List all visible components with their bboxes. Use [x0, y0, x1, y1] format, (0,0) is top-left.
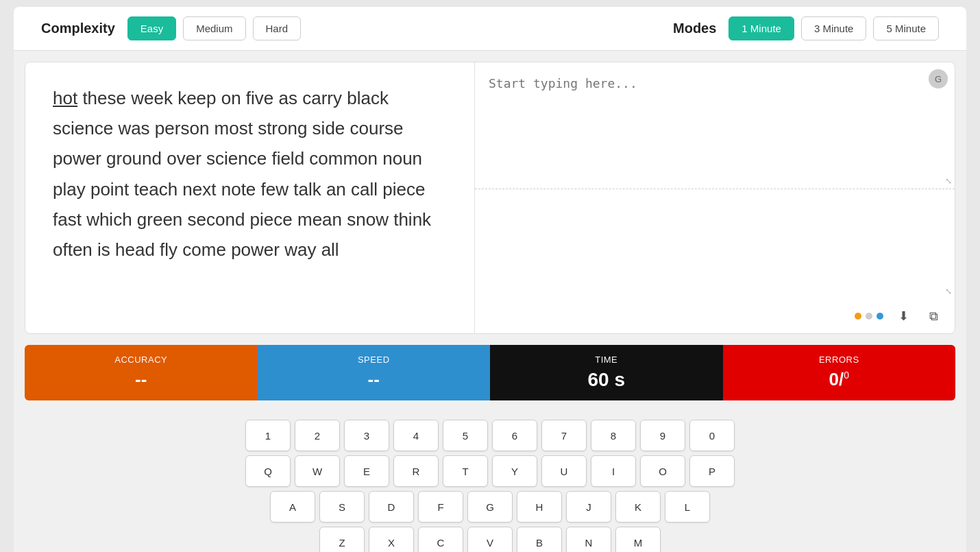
keyboard-row: ZXCVBNM: [38, 527, 942, 552]
keyboard-row: 1234567890: [38, 420, 942, 451]
key-5[interactable]: 5: [443, 420, 488, 451]
text-display: hot these week keep on five as carry bla…: [25, 62, 475, 333]
key-t[interactable]: T: [443, 455, 488, 487]
key-p[interactable]: P: [689, 455, 735, 487]
typing-input[interactable]: [475, 62, 955, 189]
key-f[interactable]: F: [418, 491, 463, 523]
key-7[interactable]: 7: [541, 420, 587, 451]
key-x[interactable]: X: [369, 527, 414, 552]
key-9[interactable]: 9: [640, 420, 685, 451]
key-v[interactable]: V: [467, 527, 513, 552]
key-0[interactable]: 0: [689, 420, 735, 451]
toolbar-left: Complexity Easy Medium Hard: [41, 16, 301, 40]
keyboard-row: QWERTYUIOP: [38, 455, 942, 487]
key-h[interactable]: H: [517, 491, 562, 523]
keyboard: 1234567890QWERTYUIOPASDFGHJKLZXCVBNM: [38, 420, 942, 552]
time-label: Time: [504, 355, 709, 365]
key-z[interactable]: Z: [319, 527, 365, 552]
time-block: Time 60 s: [490, 345, 723, 400]
accuracy-block: Accuracy --: [25, 345, 258, 400]
accuracy-value: --: [38, 369, 244, 390]
key-2[interactable]: 2: [295, 420, 340, 451]
mode-3min-button[interactable]: 3 Minute: [801, 16, 867, 40]
dot-orange: [855, 313, 861, 320]
main-content: hot these week keep on five as carry bla…: [25, 62, 955, 334]
key-o[interactable]: O: [640, 455, 685, 487]
toolbar-right: Modes 1 Minute 3 Minute 5 Minute: [673, 16, 939, 40]
errors-value: 0/0: [737, 369, 942, 390]
speed-label: Speed: [271, 355, 477, 365]
errors-label: Errors: [737, 355, 942, 365]
key-l[interactable]: L: [665, 491, 710, 523]
keyboard-container: 1234567890QWERTYUIOPASDFGHJKLZXCVBNM: [25, 411, 955, 552]
speed-value: --: [271, 369, 477, 390]
key-u[interactable]: U: [541, 455, 587, 487]
grammarly-icon: G: [929, 69, 948, 88]
key-j[interactable]: J: [566, 491, 611, 523]
key-a[interactable]: A: [270, 491, 315, 523]
key-c[interactable]: C: [418, 527, 463, 552]
dot-indicator: [855, 313, 883, 320]
complexity-label: Complexity: [41, 21, 115, 36]
key-g[interactable]: G: [467, 491, 513, 523]
errors-block: Errors 0/0: [723, 345, 956, 400]
app-container: Complexity Easy Medium Hard Modes 1 Minu…: [14, 7, 966, 552]
key-k[interactable]: K: [615, 491, 661, 523]
key-3[interactable]: 3: [344, 420, 389, 451]
resize-handle: ⤡: [945, 176, 952, 186]
dot-blue: [877, 313, 883, 320]
dot-gray: [866, 313, 872, 320]
key-y[interactable]: Y: [492, 455, 537, 487]
mode-1min-button[interactable]: 1 Minute: [728, 16, 794, 40]
mode-5min-button[interactable]: 5 Minute: [873, 16, 939, 40]
complexity-medium-button[interactable]: Medium: [183, 16, 245, 40]
key-n[interactable]: N: [566, 527, 611, 552]
keyboard-row: ASDFGHJKL: [38, 491, 942, 523]
first-word: hot: [53, 88, 77, 108]
typing-panel: G ⤡ ⤡ ⬇ ⧉: [475, 62, 955, 333]
key-1[interactable]: 1: [245, 420, 291, 451]
key-s[interactable]: S: [319, 491, 365, 523]
key-r[interactable]: R: [393, 455, 439, 487]
key-i[interactable]: I: [591, 455, 636, 487]
stats-bar: Accuracy -- Speed -- Time 60 s Errors 0/…: [25, 345, 955, 400]
key-4[interactable]: 4: [393, 420, 439, 451]
key-8[interactable]: 8: [591, 420, 636, 451]
typing-bottom-bar: ⬇ ⧉: [475, 299, 955, 333]
accuracy-label: Accuracy: [38, 355, 244, 365]
complexity-easy-button[interactable]: Easy: [127, 16, 176, 40]
time-value: 60 s: [504, 369, 709, 391]
copy-button[interactable]: ⧉: [923, 306, 944, 326]
key-w[interactable]: W: [295, 455, 340, 487]
toolbar: Complexity Easy Medium Hard Modes 1 Minu…: [14, 7, 966, 51]
resize-handle-2: ⤡: [945, 287, 952, 296]
key-m[interactable]: M: [615, 527, 661, 552]
key-b[interactable]: B: [517, 527, 562, 552]
key-6[interactable]: 6: [492, 420, 537, 451]
key-q[interactable]: Q: [245, 455, 291, 487]
complexity-hard-button[interactable]: Hard: [253, 16, 302, 40]
key-e[interactable]: E: [344, 455, 389, 487]
key-d[interactable]: D: [369, 491, 414, 523]
download-button[interactable]: ⬇: [893, 306, 914, 326]
text-body: these week keep on five as carry black s…: [53, 88, 431, 260]
speed-block: Speed --: [258, 345, 491, 400]
modes-label: Modes: [673, 21, 716, 36]
